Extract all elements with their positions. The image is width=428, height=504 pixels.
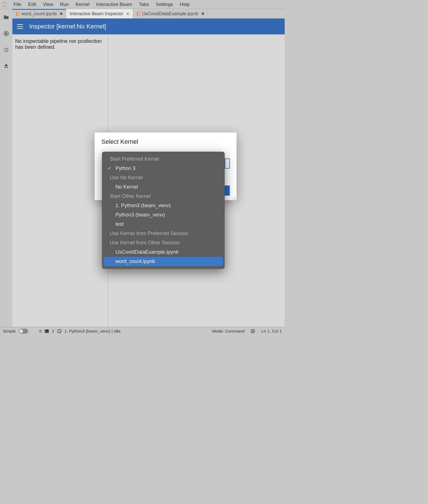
svg-point-2 [6, 2, 6, 3]
menu-interactive-beam[interactable]: Interactive Beam [93, 1, 136, 8]
svg-rect-10 [5, 51, 8, 52]
svg-rect-8 [5, 50, 8, 50]
menu-file[interactable]: File [10, 1, 24, 8]
left-rail [0, 9, 12, 327]
svg-rect-12 [16, 12, 17, 15]
trust-icon[interactable] [251, 329, 255, 333]
dd-item-no-kernel[interactable]: No Kernel [102, 182, 225, 192]
dd-item-python3[interactable]: Python 3 [102, 164, 225, 173]
menubar: File Edit View Run Kernel Interactive Be… [0, 0, 285, 9]
svg-point-9 [4, 51, 5, 52]
tab-uscovid[interactable]: UsCovidDataExample.ipynb [133, 9, 208, 18]
dd-item-python3-beam-venv-1[interactable]: 1. Python3 (beam_venv) [102, 201, 225, 210]
dd-group-other-session: Use Kernel from Other Session [102, 238, 225, 247]
tab-label: UsCovidDataExample.ipynb [142, 11, 198, 16]
tab-label: word_count.ipynb [21, 11, 57, 16]
svg-point-5 [4, 48, 5, 49]
svg-point-1 [6, 6, 7, 7]
toc-icon[interactable] [3, 47, 9, 53]
dialog-title: Select Kernel [101, 138, 230, 145]
dirty-indicator-icon [60, 12, 63, 15]
dd-group-preferred-session: Use Kernel from Preferred Session [102, 229, 225, 238]
menu-edit[interactable]: Edit [24, 1, 39, 8]
tab-word-count[interactable]: word_count.ipynb [12, 9, 66, 18]
inspector-left-pane: No inspectable pipeline nor pcollection … [12, 34, 108, 327]
dd-item-uscovid[interactable]: UsCovidDataExample.ipynb [102, 247, 225, 257]
terminal-icon[interactable]: $_ [44, 329, 49, 333]
menu-tabs[interactable]: Tabs [135, 1, 152, 8]
running-icon[interactable] [3, 30, 9, 37]
svg-line-30 [235, 199, 235, 200]
menu-kernel[interactable]: Kernel [72, 1, 93, 8]
menu-settings[interactable]: Settings [152, 1, 176, 8]
menu-run[interactable]: Run [57, 1, 72, 8]
select-button[interactable] [225, 185, 230, 196]
svg-rect-6 [5, 48, 8, 49]
kernel-select-input[interactable] [225, 158, 230, 169]
kernel-icon[interactable] [57, 329, 62, 333]
dd-group-start-other: Start Other Kernel [102, 192, 225, 201]
menu-icon[interactable] [17, 24, 23, 29]
extension-icon[interactable] [3, 63, 9, 69]
empty-message: No inspectable pipeline nor pcollection … [15, 38, 105, 50]
kernel-status[interactable]: 1. Python3 (beam_venv) | Idle [64, 329, 121, 333]
inspector-header: Inspector [kernel:No Kernel] [12, 19, 285, 34]
svg-text:$_: $_ [45, 330, 48, 333]
tab-count[interactable]: 0 [39, 329, 42, 333]
kernel-dropdown: Start Preferred Kernel Python 3 Use No K… [102, 152, 225, 269]
inspector-title: Inspector [kernel:No Kernel] [29, 23, 106, 30]
svg-rect-4 [5, 33, 7, 34]
svg-rect-17 [58, 330, 61, 333]
dd-item-test[interactable]: test [102, 220, 225, 229]
cursor-position[interactable]: Ln 1, Col 1 [261, 329, 282, 333]
folder-icon[interactable] [3, 14, 9, 20]
statusbar: Simple 0 $_ 2 1. Python3 (beam_venv) | I… [0, 327, 285, 335]
tab-label: Interactive Beam Inspector [70, 11, 123, 16]
dd-item-python3-beam-venv[interactable]: Python3 (beam_venv) [102, 210, 225, 220]
simple-toggle[interactable] [19, 329, 28, 334]
menu-view[interactable]: View [40, 1, 57, 8]
notebook-icon [137, 12, 141, 16]
svg-point-7 [4, 50, 5, 50]
dd-group-start-preferred: Start Preferred Kernel [102, 154, 225, 164]
jupyter-logo-icon [2, 2, 7, 7]
terminal-count[interactable]: 2 [52, 329, 54, 333]
dirty-indicator-icon [202, 12, 204, 15]
close-icon[interactable]: ✕ [126, 12, 130, 16]
mode-label[interactable]: Mode: Command [212, 329, 244, 333]
svg-point-0 [3, 2, 3, 3]
svg-rect-14 [137, 12, 138, 15]
menu-help[interactable]: Help [177, 1, 193, 8]
simple-label: Simple [3, 329, 16, 333]
tab-inspector[interactable]: Interactive Beam Inspector ✕ [66, 9, 133, 18]
resize-handle-icon[interactable] [232, 196, 235, 199]
dd-item-word-count[interactable]: word_count.ipynb [104, 257, 223, 266]
notebook-icon [16, 12, 20, 16]
tab-bar: word_count.ipynb Interactive Beam Inspec… [12, 9, 285, 19]
dd-group-use-no-kernel: Use No Kernel [102, 173, 225, 182]
